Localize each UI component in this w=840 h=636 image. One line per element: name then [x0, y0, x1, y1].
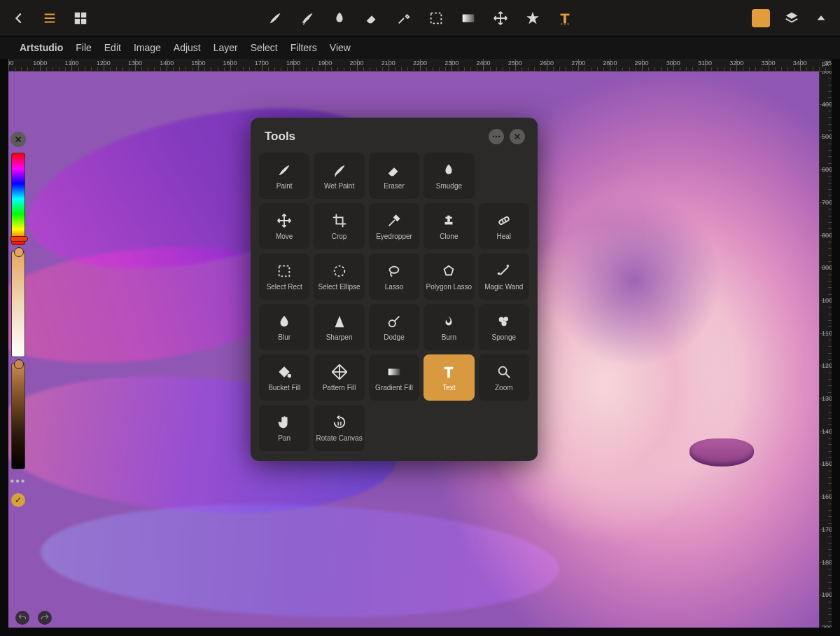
tool-label: Sharpen — [326, 334, 353, 341]
ruler-top-label: 2600 — [540, 60, 554, 67]
tool-paint[interactable]: Paint — [259, 153, 309, 199]
tool-text[interactable]: Text — [424, 354, 474, 401]
collapse-icon[interactable] — [813, 11, 829, 26]
tool-heal[interactable]: Heal — [479, 203, 529, 249]
tool-gradient[interactable]: Gradient Fill — [369, 354, 419, 401]
menu-edit[interactable]: Edit — [104, 42, 121, 53]
svg-rect-19 — [445, 222, 453, 225]
svg-rect-4 — [81, 12, 86, 17]
svg-rect-8 — [463, 14, 475, 22]
wet-paint-icon[interactable] — [300, 11, 315, 26]
tool-polylasso[interactable]: Polygon Lasso — [424, 254, 474, 300]
text-icon[interactable] — [557, 11, 573, 26]
eraser-icon[interactable] — [364, 11, 379, 26]
ruler-right[interactable]: 3004005006007008009001000110012001300140… — [819, 71, 832, 628]
ruler-top-label: 2800 — [603, 60, 617, 67]
undo-icon[interactable] — [15, 611, 29, 625]
tool-zoom[interactable]: Zoom — [479, 354, 529, 401]
paint-icon[interactable] — [267, 11, 283, 26]
tool-crop[interactable]: Crop — [314, 203, 364, 249]
close-dock-icon[interactable] — [10, 132, 26, 147]
redo-icon[interactable] — [38, 611, 52, 625]
gradient-icon[interactable] — [461, 11, 476, 26]
ruler-top-label: 1900 — [318, 60, 332, 67]
tool-rotate[interactable]: Rotate Canvas — [314, 405, 364, 451]
blur-icon — [276, 313, 293, 330]
menu-layer[interactable]: Layer — [214, 42, 238, 53]
tool-selrect[interactable]: Select Rect — [259, 254, 309, 300]
more-icon[interactable]: ••• — [10, 475, 27, 488]
tools-close-icon[interactable] — [510, 129, 525, 144]
tool-clone[interactable]: Clone — [424, 203, 474, 249]
ruler-right-label: 1700 — [822, 526, 832, 533]
tool-smudge[interactable]: Smudge — [424, 153, 474, 199]
tool-lasso[interactable]: Lasso — [369, 254, 419, 300]
menu-icon[interactable] — [42, 11, 57, 26]
tool-blur[interactable]: Blur — [259, 304, 309, 350]
favorite-icon[interactable] — [525, 11, 540, 26]
layers-icon[interactable] — [784, 11, 799, 26]
tool-label: Smudge — [436, 183, 462, 190]
tools-more-icon[interactable] — [489, 129, 504, 144]
svg-rect-22 — [498, 216, 509, 225]
tool-sponge[interactable]: Sponge — [479, 304, 529, 350]
menu-file[interactable]: File — [76, 42, 92, 53]
menu-adjust[interactable]: Adjust — [174, 42, 201, 53]
grid-icon[interactable] — [73, 11, 88, 26]
ruler-top-label: 1800 — [286, 60, 300, 67]
tools-panel-title: Tools — [265, 130, 295, 144]
shade-slider[interactable] — [11, 363, 25, 469]
ruler-right-label: 500 — [822, 133, 832, 140]
ruler-top-label: 3000 — [666, 60, 680, 67]
rotate-icon — [331, 414, 348, 431]
hue-slider[interactable] — [11, 153, 25, 245]
color-swatch[interactable] — [752, 9, 770, 27]
tool-dodge[interactable]: Dodge — [369, 304, 419, 350]
dodge-icon — [386, 313, 402, 330]
tool-eraser[interactable]: Eraser — [369, 153, 419, 199]
svg-point-31 — [503, 317, 507, 321]
ruler-top-label: 2400 — [476, 60, 490, 67]
tint-slider[interactable] — [11, 251, 25, 357]
back-icon[interactable] — [11, 11, 27, 26]
menu-filters[interactable]: Filters — [290, 42, 317, 53]
eyedropper-icon[interactable] — [396, 11, 412, 26]
tool-eyedrop[interactable]: Eyedropper — [369, 203, 419, 249]
confirm-color-icon[interactable]: ✓ — [11, 493, 25, 507]
select-rect-icon[interactable] — [428, 11, 444, 26]
tool-wand[interactable]: Magic Wand — [479, 254, 529, 300]
tool-label: Wet Paint — [324, 183, 354, 190]
tool-move[interactable]: Move — [259, 203, 309, 249]
svg-point-15 — [496, 136, 497, 137]
svg-point-38 — [498, 367, 506, 375]
tool-wet[interactable]: Wet Paint — [314, 153, 364, 199]
svg-line-29 — [395, 317, 399, 321]
tool-pan[interactable]: Pan — [259, 405, 309, 451]
ruler-top[interactable]: px 9001000110012001300140015001600170018… — [8, 59, 832, 71]
ruler-right-label: 2000 — [822, 624, 832, 628]
ruler-top-label: 1300 — [128, 60, 142, 67]
menu-view[interactable]: View — [330, 42, 351, 53]
tool-pattern[interactable]: Pattern Fill — [314, 354, 364, 401]
select-ellipse-icon — [331, 263, 348, 279]
smudge-icon[interactable] — [332, 11, 347, 26]
svg-line-39 — [506, 374, 510, 378]
menu-select[interactable]: Select — [251, 42, 278, 53]
ruler-top-label: 3100 — [698, 60, 712, 67]
svg-point-10 — [564, 23, 566, 25]
svg-point-16 — [498, 136, 500, 137]
menu-image[interactable]: Image — [134, 42, 161, 53]
tool-label: Gradient Fill — [375, 385, 413, 392]
tool-burn[interactable]: Burn — [424, 304, 474, 350]
app-name[interactable]: Artstudio — [20, 42, 63, 53]
move-icon[interactable] — [493, 11, 508, 26]
ruler-top-label: 1400 — [160, 60, 174, 67]
ruler-top-label: 2900 — [635, 60, 649, 67]
tool-sharpen[interactable]: Sharpen — [314, 304, 364, 350]
tool-selell[interactable]: Select Ellipse — [314, 254, 364, 300]
tool-bucket[interactable]: Bucket Fill — [259, 354, 309, 401]
ruler-top-label: 1500 — [191, 60, 205, 67]
paint-icon — [276, 162, 293, 179]
tool-label: Select Rect — [267, 284, 302, 291]
color-dock: ••• ✓ — [8, 132, 28, 507]
